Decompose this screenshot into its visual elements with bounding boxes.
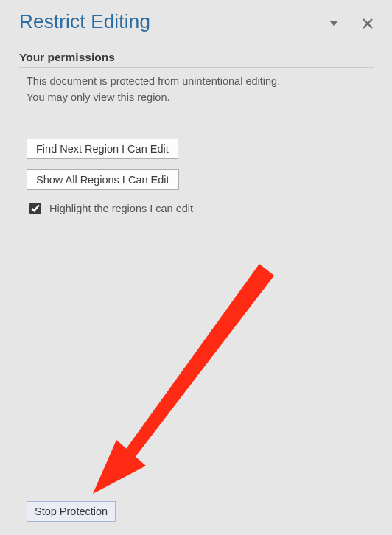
svg-marker-4: [111, 264, 274, 477]
section-divider: [19, 67, 374, 68]
stop-protection-button[interactable]: Stop Protection: [27, 501, 116, 522]
find-next-region-button[interactable]: Find Next Region I Can Edit: [27, 139, 178, 159]
highlight-regions-checkbox[interactable]: [29, 203, 41, 214]
pane-options-icon[interactable]: [327, 17, 340, 30]
highlight-regions-row: Highlight the regions I can edit: [27, 200, 374, 217]
permissions-text: This document is protected from unintent…: [19, 74, 374, 106]
close-icon[interactable]: [361, 17, 374, 30]
permissions-heading: Your permissions: [19, 51, 374, 64]
permissions-line-1: This document is protected from unintent…: [27, 74, 374, 90]
svg-marker-0: [329, 21, 338, 26]
pane-title: Restrict Editing: [19, 10, 150, 33]
pane-footer: Stop Protection: [27, 501, 116, 522]
highlight-regions-label[interactable]: Highlight the regions I can edit: [49, 203, 193, 214]
svg-marker-5: [93, 440, 146, 494]
pane-header: Restrict Editing: [19, 10, 374, 33]
permissions-line-2: You may only view this region.: [27, 90, 374, 106]
pane-header-actions: [327, 17, 374, 30]
region-controls: Find Next Region I Can Edit Show All Reg…: [19, 139, 374, 217]
restrict-editing-pane: Restrict Editing Your permissions This d…: [0, 0, 392, 535]
show-all-regions-button[interactable]: Show All Regions I Can Edit: [27, 169, 179, 190]
